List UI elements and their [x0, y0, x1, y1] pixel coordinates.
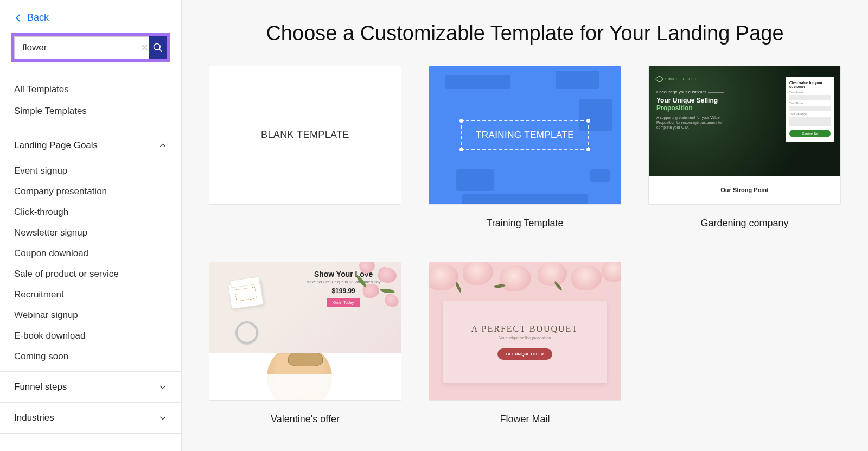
template-card-gardening[interactable]: SIMPLE LOGO Encourage your customer Your…: [648, 66, 841, 229]
close-icon: ✕: [141, 42, 149, 53]
bracelet-icon: [235, 321, 258, 344]
section-title: Funnel steps: [14, 382, 67, 392]
section-industries[interactable]: Industries: [0, 402, 181, 434]
template-thumb: TRAINING TEMPLATE: [429, 66, 621, 205]
section-title: Landing Page Goals: [14, 140, 98, 151]
thumb-heading: A PERFECT BOUQUET: [471, 324, 578, 334]
goal-item[interactable]: Company presentation: [14, 181, 167, 202]
main-content: Choose a Customizable Template for Your …: [182, 0, 868, 451]
sidebar: Back ✕ All Templates Simple Templates La…: [0, 0, 182, 451]
thumb-cta: GET UNIQUE OFFER: [497, 348, 552, 360]
thumb-cta: Contact Us: [789, 130, 831, 137]
goal-item[interactable]: Newsletter signup: [14, 223, 167, 243]
svg-line-1: [159, 49, 162, 52]
search-button[interactable]: [149, 36, 167, 59]
template-thumb: A PERFECT BOUQUET Your unique selling pr…: [429, 262, 621, 401]
goal-item[interactable]: Webinar signup: [14, 305, 167, 326]
template-thumb: Show Your Love Make her Feel Unique in S…: [209, 262, 401, 401]
template-grid: BLANK TEMPLATE TRAINING TEMPLATE Trainin…: [209, 66, 841, 425]
goal-item[interactable]: Click-through: [14, 202, 167, 223]
section-landing-page-goals[interactable]: Landing Page Goals: [0, 130, 181, 161]
template-card-valentines[interactable]: Show Your Love Make her Feel Unique in S…: [209, 262, 401, 425]
page-title: Choose a Customizable Template for Your …: [209, 22, 841, 45]
search-input[interactable]: [14, 36, 157, 59]
nav-all-templates[interactable]: All Templates: [14, 79, 167, 100]
template-caption: Valentine's offer: [209, 401, 401, 425]
gift-box-icon: [228, 280, 264, 309]
goal-item[interactable]: E-book download: [14, 326, 167, 346]
search-bar: ✕: [11, 33, 170, 62]
nav-simple-templates[interactable]: Simple Templates: [14, 100, 167, 122]
svg-point-0: [154, 44, 161, 50]
thumb-text: Your unique selling proposition: [499, 336, 551, 340]
thumb-label: BLANK TEMPLATE: [261, 129, 349, 141]
section-title: Industries: [14, 412, 54, 423]
back-label: Back: [27, 12, 49, 23]
goal-item[interactable]: Event signup: [14, 161, 167, 181]
template-caption: Training Template: [429, 205, 621, 229]
goal-item[interactable]: Sale of product or service: [14, 264, 167, 284]
goal-item[interactable]: Recruitment: [14, 284, 167, 305]
goal-item[interactable]: Coming soon: [14, 346, 167, 367]
thumb-text: A supporting statement for your Value Pr…: [656, 115, 732, 130]
template-caption: Flower Mail: [429, 401, 621, 425]
search-icon: [152, 42, 163, 53]
goals-items: Event signup Company presentation Click-…: [0, 161, 181, 371]
back-button[interactable]: Back: [0, 0, 181, 33]
chevron-left-icon: [15, 14, 21, 22]
chevron-down-icon: [158, 383, 167, 391]
chevron-up-icon: [158, 141, 167, 150]
goal-item[interactable]: Coupon download: [14, 243, 167, 264]
template-card-blank[interactable]: BLANK TEMPLATE: [209, 66, 401, 229]
section-funnel-steps[interactable]: Funnel steps: [0, 371, 181, 402]
template-thumb: BLANK TEMPLATE: [209, 66, 401, 205]
template-thumb: SIMPLE LOGO Encourage your customer Your…: [648, 66, 841, 205]
template-caption: Gardening company: [648, 205, 841, 229]
template-card-training[interactable]: TRAINING TEMPLATE Training Template: [429, 66, 621, 229]
flowers-icon: [349, 262, 401, 353]
nav-links: All Templates Simple Templates: [0, 71, 181, 130]
thumb-form: Clear value for your customer Your E-mai…: [786, 77, 834, 142]
thumb-text: Our Strong Point: [649, 176, 840, 204]
clear-search-button[interactable]: ✕: [141, 42, 149, 54]
thumb-label: TRAINING TEMPLATE: [476, 130, 574, 140]
template-card-flower-mail[interactable]: A PERFECT BOUQUET Your unique selling pr…: [429, 262, 621, 425]
chevron-down-icon: [158, 414, 167, 422]
